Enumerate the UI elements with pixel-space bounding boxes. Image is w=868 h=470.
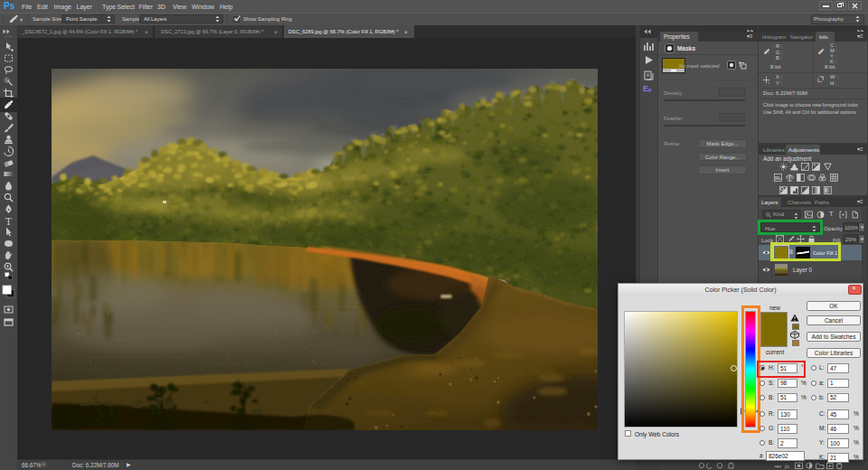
svg-text:T: T: [5, 215, 13, 227]
svg-text:fx: fx: [785, 463, 790, 470]
